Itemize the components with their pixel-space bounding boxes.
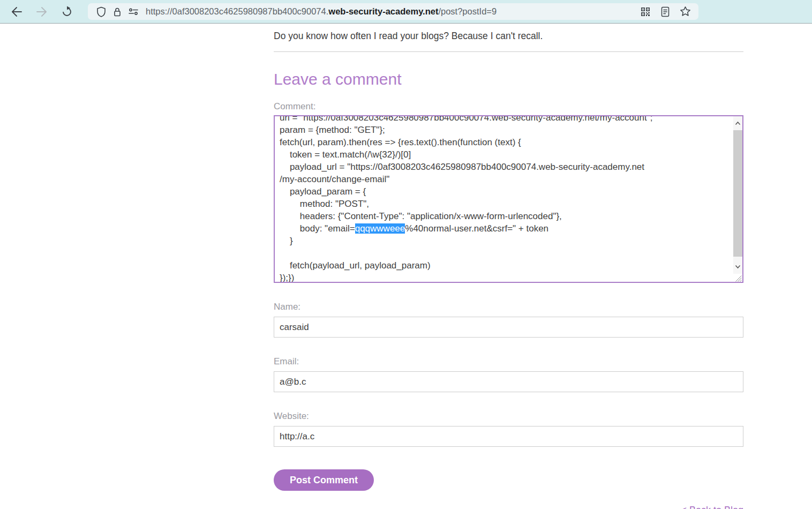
- name-label: Name:: [274, 302, 743, 312]
- blog-post-text: Do you know how often I read your blogs?…: [274, 24, 743, 42]
- reload-icon: [61, 5, 73, 18]
- divider: [274, 51, 743, 52]
- qr-extension-button[interactable]: [637, 5, 653, 18]
- name-input[interactable]: [274, 317, 743, 338]
- comment-textarea[interactable]: url = "https://0af3008203c4625980987bb40…: [274, 115, 743, 283]
- email-input[interactable]: [274, 371, 743, 392]
- section-title: Leave a comment: [274, 70, 743, 88]
- bookmark-button[interactable]: [677, 5, 693, 18]
- email-label: Email:: [274, 356, 743, 367]
- bookmark-star-icon: [680, 6, 691, 17]
- tracking-protection-button[interactable]: [93, 5, 109, 18]
- url-bar[interactable]: https://0af3008203c4625980987bb400c90074…: [88, 3, 698, 20]
- qr-code-icon: [640, 6, 651, 17]
- comment-label: Comment:: [274, 101, 743, 112]
- url-domain: web-security-academy.net: [328, 6, 438, 16]
- browser-toolbar: https://0af3008203c4625980987bb400c90074…: [0, 0, 812, 24]
- resize-grip-icon: [735, 275, 742, 282]
- back-button[interactable]: [9, 4, 25, 20]
- post-comment-button[interactable]: Post Comment: [274, 469, 374, 491]
- urlbar-right-icons: [637, 5, 693, 18]
- forward-icon: [35, 5, 48, 18]
- selected-text: qqqwwweee: [355, 223, 405, 234]
- url-text[interactable]: https://0af3008203c4625980987bb400c90074…: [146, 6, 637, 17]
- connection-secure-button[interactable]: [109, 5, 125, 18]
- chevron-up-icon: [735, 121, 741, 125]
- page-content: Do you know how often I read your blogs?…: [274, 24, 743, 509]
- website-input[interactable]: [274, 426, 743, 447]
- permissions-icon: [127, 6, 139, 18]
- back-icon: [10, 5, 23, 18]
- submit-row: Post Comment: [274, 447, 743, 491]
- back-link-row: < Back to Blog: [274, 505, 743, 509]
- forward-button[interactable]: [34, 4, 50, 20]
- website-label: Website:: [274, 411, 743, 422]
- chevron-down-icon: [735, 265, 741, 269]
- resize-grip[interactable]: [735, 274, 742, 281]
- comment-code: url = "https://0af3008203c4625980987bb40…: [280, 115, 727, 283]
- permissions-button[interactable]: [125, 5, 141, 18]
- reader-mode-icon: [660, 6, 671, 17]
- back-to-blog-link[interactable]: < Back to Blog: [681, 505, 743, 509]
- lock-icon: [111, 6, 123, 18]
- scrollbar-thumb[interactable]: [733, 130, 742, 257]
- textarea-scrollbar[interactable]: [733, 116, 742, 274]
- nav-buttons: [0, 4, 88, 20]
- url-prefix: https://0af3008203c4625980987bb400c90074…: [146, 6, 328, 16]
- url-path: /post?postId=9: [438, 6, 497, 16]
- scroll-down-button[interactable]: [733, 260, 742, 274]
- reader-mode-button[interactable]: [657, 5, 673, 18]
- shield-icon: [95, 6, 107, 18]
- reload-button[interactable]: [59, 4, 75, 20]
- scroll-up-button[interactable]: [733, 116, 742, 130]
